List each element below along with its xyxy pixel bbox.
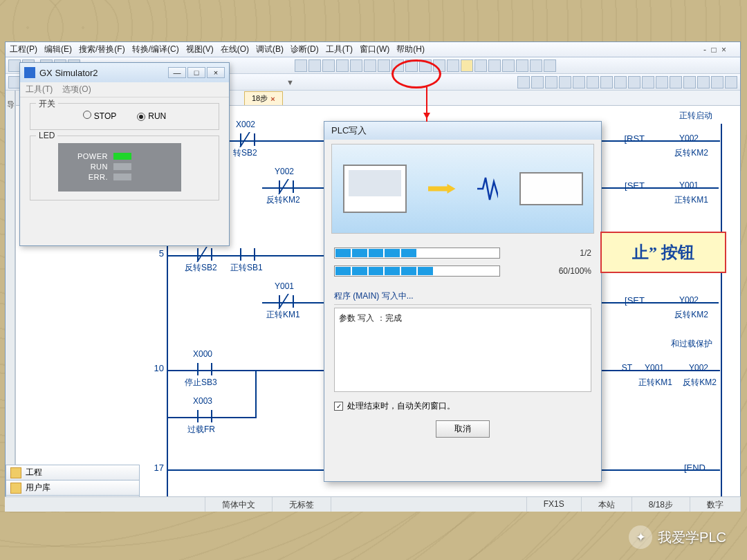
toolbar-icon[interactable] — [447, 59, 459, 72]
contact-nc[interactable] — [197, 248, 212, 261]
toolbar-icon[interactable] — [350, 59, 362, 72]
auto-close-checkbox[interactable]: ✓ — [334, 402, 343, 411]
toolbar-icon[interactable] — [308, 59, 321, 72]
toolbar-icon[interactable] — [600, 76, 613, 88]
toolbar-icon[interactable] — [322, 59, 335, 72]
toolbar-simulate-icon[interactable] — [461, 59, 473, 72]
run-led — [113, 163, 131, 170]
log-output[interactable]: 参数 写入 ：完成 — [334, 308, 591, 392]
window-controls[interactable]: - □ × — [703, 45, 728, 55]
toolbar-icon[interactable] — [516, 59, 528, 72]
menu-view[interactable]: 视图(V) — [186, 44, 214, 55]
comment: 正转KM1 — [674, 194, 708, 206]
contact-nc[interactable] — [279, 180, 294, 193]
status-lang: 简体中文 — [205, 497, 273, 512]
maximize-button[interactable]: □ — [187, 67, 205, 78]
comment: 停止SB3 — [185, 377, 217, 389]
comment: 正转启动 — [679, 110, 712, 122]
checkbox-label: 处理结束时，自动关闭窗口。 — [347, 400, 455, 412]
toolbar-icon[interactable] — [336, 59, 349, 72]
nav-project[interactable]: 工程 — [6, 465, 140, 480]
document-tab[interactable]: 18步 × — [244, 91, 283, 105]
comment: 正转SB1 — [230, 262, 263, 274]
toolbar-icon[interactable] — [364, 59, 376, 72]
menu-edit[interactable]: 编辑(E) — [44, 44, 72, 55]
nav-userlib[interactable]: 用户库 — [6, 480, 140, 496]
wechat-icon: ✦ — [629, 525, 652, 549]
toolbar-icon[interactable] — [502, 59, 515, 72]
toolbar-icon[interactable] — [474, 59, 487, 72]
toolbar-icon[interactable] — [405, 59, 418, 72]
hint-callout: 止” 按钮 — [600, 232, 726, 273]
menu-diagnose[interactable]: 诊断(D) — [290, 44, 319, 55]
status-tag: 无标签 — [273, 497, 331, 512]
status-cpu: FX1S — [527, 497, 582, 512]
sim-menu-option[interactable]: 选项(O) — [62, 84, 91, 95]
contact-no[interactable] — [197, 363, 212, 375]
device-label: Y002 — [679, 295, 699, 305]
device-label: X002 — [236, 120, 255, 129]
dialog-title[interactable]: PLC写入 — [324, 122, 601, 140]
toolbar-icon[interactable] — [530, 59, 542, 72]
contact-nc[interactable] — [240, 133, 255, 146]
menu-window[interactable]: 窗口(W) — [360, 44, 389, 55]
line-number: 10 — [136, 363, 164, 373]
plc-write-dialog[interactable]: PLC写入 1/2 60/100% 程序 (MAIN) 写入中... 参数 写入… — [324, 121, 602, 482]
comment: 反转KM2 — [674, 309, 708, 321]
menu-compile[interactable]: 转换/编译(C) — [132, 44, 179, 55]
menu-online[interactable]: 在线(O) — [221, 44, 249, 55]
plc-device-icon — [519, 172, 583, 205]
toolbar-icon[interactable] — [378, 59, 390, 72]
toolbar-icon[interactable] — [433, 59, 445, 72]
main-menubar[interactable]: 工程(P) 编辑(E) 搜索/替换(F) 转换/编译(C) 视图(V) 在线(O… — [6, 42, 740, 57]
sim-titlebar[interactable]: GX Simulator2 — □ × — [20, 63, 229, 82]
toolbar-icon[interactable] — [725, 76, 737, 88]
toolbar-icon[interactable] — [642, 76, 654, 88]
toolbar-icon[interactable] — [656, 76, 668, 88]
toolbar-icon[interactable] — [544, 59, 556, 72]
comment: 正转KM1 — [638, 377, 672, 389]
toolbar-icon[interactable] — [419, 59, 432, 72]
toolbar-icon[interactable] — [683, 76, 696, 88]
app-icon — [24, 67, 35, 78]
close-button[interactable]: × — [207, 67, 225, 78]
toolbar-icon[interactable] — [545, 76, 557, 88]
cancel-button[interactable]: 取消 — [436, 420, 490, 438]
toolbar-icon[interactable] — [587, 76, 599, 88]
comment: 和过载保护 — [671, 338, 712, 350]
menu-find[interactable]: 搜索/替换(F) — [79, 44, 125, 55]
comment: 正转KM1 — [266, 309, 300, 321]
toolbar-icon[interactable] — [517, 76, 530, 88]
contact-no[interactable] — [197, 410, 212, 422]
toolbar-icon[interactable] — [628, 76, 640, 88]
toolbar-icon[interactable] — [573, 76, 585, 88]
menu-help[interactable]: 帮助(H) — [396, 44, 425, 55]
minimize-button[interactable]: — — [168, 67, 186, 78]
watermark: ✦ 我爱学PLC — [629, 525, 726, 549]
toolbar-icon[interactable] — [559, 76, 571, 88]
contact-no[interactable] — [240, 248, 255, 261]
radio-run[interactable]: RUN — [137, 111, 166, 121]
toolbar-icon[interactable] — [697, 76, 710, 88]
close-icon[interactable]: × — [270, 95, 275, 103]
toolbar-icon[interactable] — [531, 76, 544, 88]
group-legend: 开关 — [36, 98, 58, 110]
sim-menubar[interactable]: 工具(T) 选项(O) — [20, 82, 229, 97]
gx-simulator-window[interactable]: GX Simulator2 — □ × 工具(T) 选项(O) 开关 STOP … — [19, 62, 230, 246]
sim-menu-tool[interactable]: 工具(T) — [26, 84, 53, 95]
end-instruction: [END — [684, 463, 706, 473]
contact-nc[interactable] — [279, 295, 294, 308]
toolbar-icon[interactable] — [670, 76, 682, 88]
toolbar-icon[interactable] — [295, 59, 307, 72]
radio-stop[interactable]: STOP — [83, 111, 116, 121]
menu-tools[interactable]: 工具(T) — [326, 44, 353, 55]
toolbar-icon[interactable] — [614, 76, 627, 88]
toolbar-icon[interactable] — [391, 59, 404, 72]
menu-project[interactable]: 工程(P) — [10, 44, 37, 55]
toolbar-icon[interactable] — [488, 59, 501, 72]
right-bus — [721, 124, 722, 511]
toolbar-icon[interactable] — [711, 76, 723, 88]
folder-icon — [10, 467, 21, 478]
device-label: Y002 — [679, 133, 699, 143]
menu-debug[interactable]: 调试(B) — [256, 44, 284, 55]
